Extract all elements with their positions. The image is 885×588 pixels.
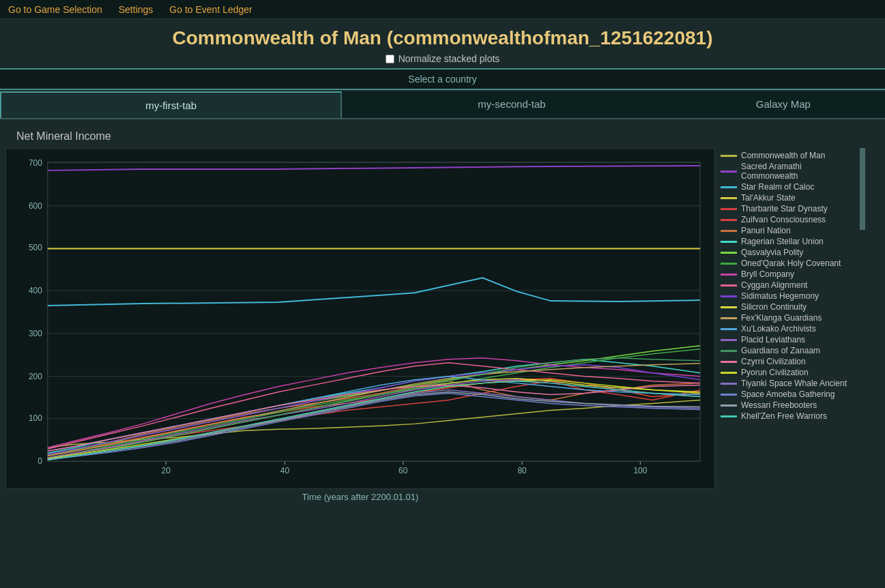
svg-text:300: 300 (29, 329, 42, 338)
svg-rect-0 (7, 149, 714, 488)
chart-svg: 0 100 200 300 400 500 600 700 20 40 (6, 149, 714, 488)
legend-label: Silicron Continuity (741, 302, 807, 312)
svg-text:200: 200 (29, 372, 42, 381)
chart-wrapper: 0 100 200 300 400 500 600 700 20 40 (5, 148, 715, 489)
legend-item: Commonwealth of Man (721, 151, 860, 160)
legend-item: Wessari Freebooters (721, 400, 860, 410)
x-axis-label: Time (years after 2200.01.01) (5, 492, 715, 502)
top-navigation: Go to Game Selection Settings Go to Even… (0, 0, 885, 19)
svg-text:80: 80 (517, 466, 527, 475)
legend-color-swatch (721, 405, 737, 407)
legend-item: Placid Leviathans (721, 335, 860, 344)
legend-label: Star Realm of Caloc (741, 182, 814, 192)
legend-color-swatch (721, 415, 737, 417)
legend-color-swatch (721, 394, 737, 396)
legend-label: Commonwealth of Man (741, 151, 825, 160)
chart-area: 0 100 200 300 400 500 600 700 20 40 (5, 148, 885, 489)
tabs-row: my-first-tab my-second-tab Galaxy Map (0, 91, 885, 119)
legend-color-swatch (721, 361, 737, 363)
main-content: Net Mineral Income (0, 119, 885, 502)
legend-label: Czyrni Civilization (741, 357, 806, 366)
legend-label: Bryll Company (741, 269, 794, 279)
tab-galaxy-map[interactable]: Galaxy Map (682, 91, 885, 118)
legend-color-swatch (721, 306, 737, 308)
legend-label: Guardians of Zanaam (741, 346, 820, 355)
legend-label: Space Amoeba Gathering (741, 389, 835, 399)
legend-color-swatch (721, 230, 737, 232)
legend-color-swatch (721, 197, 737, 199)
legend-color-swatch (721, 274, 737, 276)
legend-item: Silicron Continuity (721, 302, 860, 312)
legend-label: Zuifvan Consciousness (741, 215, 826, 224)
page-title-section: Commonwealth of Man (commonwealthofman_1… (0, 19, 885, 68)
legend-item: Tal'Akkur State (721, 193, 860, 203)
svg-text:100: 100 (633, 466, 647, 475)
legend-color-swatch (721, 383, 737, 385)
legend-item: Ragerian Stellar Union (721, 237, 860, 246)
legend-item: Tharbarite Star Dynasty (721, 204, 860, 214)
legend-item: Pyorun Civilization (721, 368, 860, 377)
legend-label: Oned'Qarak Holy Covenant (741, 259, 841, 268)
country-select-placeholder[interactable]: Select a country (408, 74, 476, 85)
legend-color-swatch (721, 295, 737, 297)
legend-label: Khell'Zen Free Warriors (741, 411, 827, 421)
normalize-checkbox[interactable] (386, 55, 394, 63)
legend-color-swatch (721, 350, 737, 352)
legend-item: Bryll Company (721, 269, 860, 279)
legend-label: Qasvalyvia Polity (741, 248, 803, 257)
legend-item: Tiyanki Space Whale Ancient (721, 379, 860, 388)
legend-item: Panuri Nation (721, 226, 860, 235)
legend-item: Czyrni Civilization (721, 357, 860, 366)
legend-color-swatch (721, 155, 737, 157)
event-ledger-link[interactable]: Go to Event Ledger (169, 4, 252, 15)
legend-label: Fex'Klanga Guardians (741, 313, 822, 323)
legend-item: Guardians of Zanaam (721, 346, 860, 355)
legend-color-swatch (721, 328, 737, 330)
game-selection-link[interactable]: Go to Game Selection (8, 4, 102, 15)
svg-text:20: 20 (162, 466, 171, 475)
legend-item: Oned'Qarak Holy Covenant (721, 259, 860, 268)
legend-item: Zuifvan Consciousness (721, 215, 860, 224)
legend-item: Cyggan Alignment (721, 280, 860, 290)
svg-text:0: 0 (38, 456, 42, 466)
legend-label: Pyorun Civilization (741, 368, 809, 377)
legend-item: Sidimatus Hegemony (721, 291, 860, 301)
tab-my-second-tab[interactable]: my-second-tab (342, 91, 681, 118)
legend-label: Sidimatus Hegemony (741, 291, 819, 301)
chart-title: Net Mineral Income (16, 130, 885, 143)
svg-text:60: 60 (398, 466, 408, 475)
normalize-row: Normalize stacked plots (0, 53, 885, 64)
legend-item: Fex'Klanga Guardians (721, 313, 860, 323)
legend-item: Khell'Zen Free Warriors (721, 411, 860, 421)
tab-my-first-tab[interactable]: my-first-tab (0, 91, 342, 118)
legend-label: Panuri Nation (741, 226, 791, 235)
legend-color-swatch (721, 208, 737, 210)
legend-color-swatch (721, 171, 737, 173)
legend-item: Space Amoeba Gathering (721, 389, 860, 399)
legend-color-swatch (721, 339, 737, 341)
normalize-label: Normalize stacked plots (398, 53, 500, 64)
legend-label: Tal'Akkur State (741, 193, 796, 203)
svg-text:500: 500 (29, 243, 42, 252)
svg-text:40: 40 (280, 466, 290, 475)
legend-item: Xu'Lokako Archivists (721, 324, 860, 334)
page-title: Commonwealth of Man (commonwealthofman_1… (0, 27, 885, 49)
svg-text:700: 700 (29, 158, 42, 168)
legend-color-swatch (721, 252, 737, 254)
settings-link[interactable]: Settings (119, 4, 154, 15)
legend-label: Cyggan Alignment (741, 280, 807, 290)
legend-label: Ragerian Stellar Union (741, 237, 824, 246)
svg-text:100: 100 (29, 413, 42, 423)
legend-item: Star Realm of Caloc (721, 182, 860, 192)
legend-item: Qasvalyvia Polity (721, 248, 860, 257)
legend-color-swatch (721, 317, 737, 319)
legend-label: Wessari Freebooters (741, 400, 817, 410)
legend-panel: Commonwealth of ManSacred Aramathi Commo… (715, 148, 865, 489)
legend-label: Xu'Lokako Archivists (741, 324, 816, 334)
legend-label: Tiyanki Space Whale Ancient (741, 379, 847, 388)
legend-color-swatch (721, 241, 737, 243)
legend-color-swatch (721, 263, 737, 265)
legend-color-swatch (721, 372, 737, 374)
svg-text:400: 400 (29, 286, 42, 295)
legend-color-swatch (721, 284, 737, 286)
